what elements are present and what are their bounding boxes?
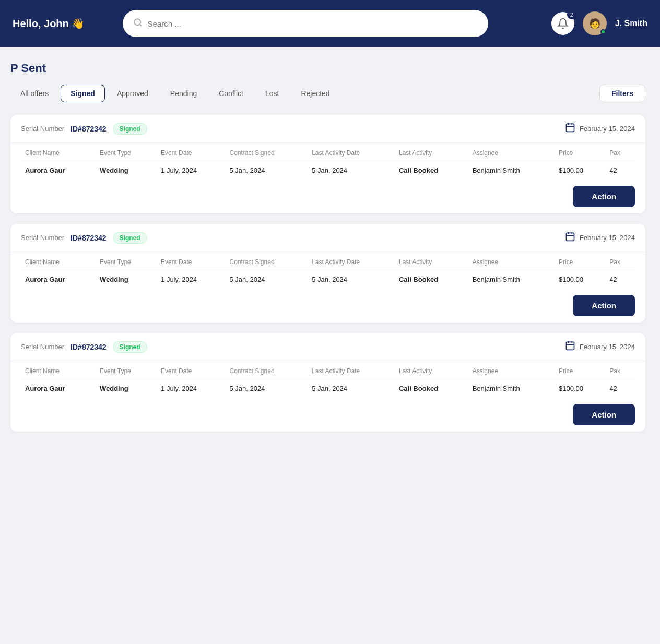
cell-client-name: Aurora Gaur (21, 379, 96, 398)
online-indicator (600, 29, 606, 34)
offer-card-2: Serial Number ID#872342 Signed February … (10, 224, 645, 323)
table-row: Aurora Gaur Wedding 1 July, 2024 5 Jan, … (21, 270, 635, 289)
cell-contract-signed: 5 Jan, 2024 (226, 379, 308, 398)
notification-button[interactable]: 2 (551, 12, 574, 35)
col-price: Price (555, 143, 605, 161)
action-row: Action (10, 289, 645, 323)
col-last-activity-date: Last Activity Date (308, 361, 395, 379)
search-box (123, 10, 488, 37)
cell-price: $100.00 (555, 270, 605, 289)
cell-pax: 42 (605, 270, 635, 289)
col-contract-signed: Contract Signed (226, 252, 308, 270)
table-header-row: Client Name Event Type Event Date Contra… (21, 361, 635, 379)
filters-button[interactable]: Filters (599, 85, 645, 102)
svg-line-1 (139, 24, 141, 26)
card-date: February 15, 2024 (580, 234, 635, 242)
tab-signed[interactable]: Signed (61, 85, 105, 102)
serial-id: ID#872342 (70, 125, 107, 133)
cell-client-name: Aurora Gaur (21, 270, 96, 289)
col-assignee: Assignee (468, 361, 555, 379)
cell-price: $100.00 (555, 379, 605, 398)
cell-last-activity: Call Booked (395, 161, 468, 180)
cell-pax: 42 (605, 161, 635, 180)
svg-point-0 (134, 19, 140, 25)
data-table: Client Name Event Type Event Date Contra… (21, 252, 635, 289)
action-button[interactable]: Action (573, 404, 635, 425)
table-row: Aurora Gaur Wedding 1 July, 2024 5 Jan, … (21, 161, 635, 180)
search-input[interactable] (148, 19, 478, 28)
cell-last-activity-date: 5 Jan, 2024 (308, 270, 395, 289)
cell-pax: 42 (605, 379, 635, 398)
col-client-name: Client Name (21, 143, 96, 161)
serial-id: ID#872342 (70, 343, 107, 351)
tab-conflict[interactable]: Conflict (209, 85, 253, 102)
col-last-activity: Last Activity (395, 361, 468, 379)
cell-assignee: Benjamin Smith (468, 161, 555, 180)
offer-card-3: Serial Number ID#872342 Signed February … (10, 333, 645, 432)
col-last-activity: Last Activity (395, 252, 468, 270)
cell-event-type: Wedding (96, 379, 157, 398)
calendar-icon (565, 122, 575, 135)
cell-last-activity-date: 5 Jan, 2024 (308, 379, 395, 398)
date-section: February 15, 2024 (565, 231, 635, 244)
status-badge: Signed (113, 232, 147, 244)
col-client-name: Client Name (21, 361, 96, 379)
col-price: Price (555, 361, 605, 379)
card-header-2: Serial Number ID#872342 Signed February … (10, 224, 645, 252)
col-event-date: Event Date (157, 361, 225, 379)
col-event-type: Event Type (96, 143, 157, 161)
action-row: Action (10, 180, 645, 213)
serial-label: Serial Number (21, 125, 64, 133)
col-client-name: Client Name (21, 252, 96, 270)
table-header-row: Client Name Event Type Event Date Contra… (21, 143, 635, 161)
col-last-activity: Last Activity (395, 143, 468, 161)
serial-id: ID#872342 (70, 234, 107, 242)
calendar-icon (565, 231, 575, 244)
cell-contract-signed: 5 Jan, 2024 (226, 161, 308, 180)
action-button[interactable]: Action (573, 295, 635, 316)
table-header-row: Client Name Event Type Event Date Contra… (21, 252, 635, 270)
col-contract-signed: Contract Signed (226, 361, 308, 379)
table-row: Aurora Gaur Wedding 1 July, 2024 5 Jan, … (21, 379, 635, 398)
tab-all-offers[interactable]: All offers (10, 85, 58, 102)
card-header-1: Serial Number ID#872342 Signed February … (10, 115, 645, 143)
table-wrapper: Client Name Event Type Event Date Contra… (10, 361, 645, 398)
table-wrapper: Client Name Event Type Event Date Contra… (10, 143, 645, 180)
cell-price: $100.00 (555, 161, 605, 180)
tab-rejected[interactable]: Rejected (291, 85, 339, 102)
data-table: Client Name Event Type Event Date Contra… (21, 143, 635, 180)
date-section: February 15, 2024 (565, 122, 635, 135)
cell-last-activity: Call Booked (395, 379, 468, 398)
tabs-row: All offers Signed Approved Pending Confl… (10, 85, 645, 102)
offer-card-1: Serial Number ID#872342 Signed February … (10, 115, 645, 213)
tab-approved[interactable]: Approved (107, 85, 158, 102)
serial-label: Serial Number (21, 234, 64, 242)
cell-last-activity: Call Booked (395, 270, 468, 289)
avatar-wrapper[interactable]: 🧑 (583, 11, 607, 35)
cell-event-date: 1 July, 2024 (157, 161, 225, 180)
data-table: Client Name Event Type Event Date Contra… (21, 361, 635, 398)
status-badge: Signed (113, 123, 147, 135)
svg-rect-6 (566, 233, 574, 241)
svg-rect-2 (566, 124, 574, 132)
card-date: February 15, 2024 (580, 125, 635, 133)
serial-label: Serial Number (21, 343, 64, 351)
tab-lost[interactable]: Lost (255, 85, 289, 102)
page-title: P Sent (10, 62, 645, 75)
search-icon (133, 18, 143, 29)
action-button[interactable]: Action (573, 186, 635, 207)
cell-last-activity-date: 5 Jan, 2024 (308, 161, 395, 180)
cell-client-name: Aurora Gaur (21, 161, 96, 180)
card-date: February 15, 2024 (580, 343, 635, 351)
main-content: P Sent All offers Signed Approved Pendin… (0, 47, 660, 457)
tab-pending[interactable]: Pending (160, 85, 207, 102)
cell-assignee: Benjamin Smith (468, 270, 555, 289)
cell-assignee: Benjamin Smith (468, 379, 555, 398)
top-navigation: Hello, John 👋 2 🧑 J. Smith (0, 0, 660, 47)
col-pax: Pax (605, 252, 635, 270)
table-wrapper: Client Name Event Type Event Date Contra… (10, 252, 645, 289)
cell-event-type: Wedding (96, 270, 157, 289)
svg-rect-10 (566, 342, 574, 350)
col-pax: Pax (605, 143, 635, 161)
col-event-date: Event Date (157, 143, 225, 161)
